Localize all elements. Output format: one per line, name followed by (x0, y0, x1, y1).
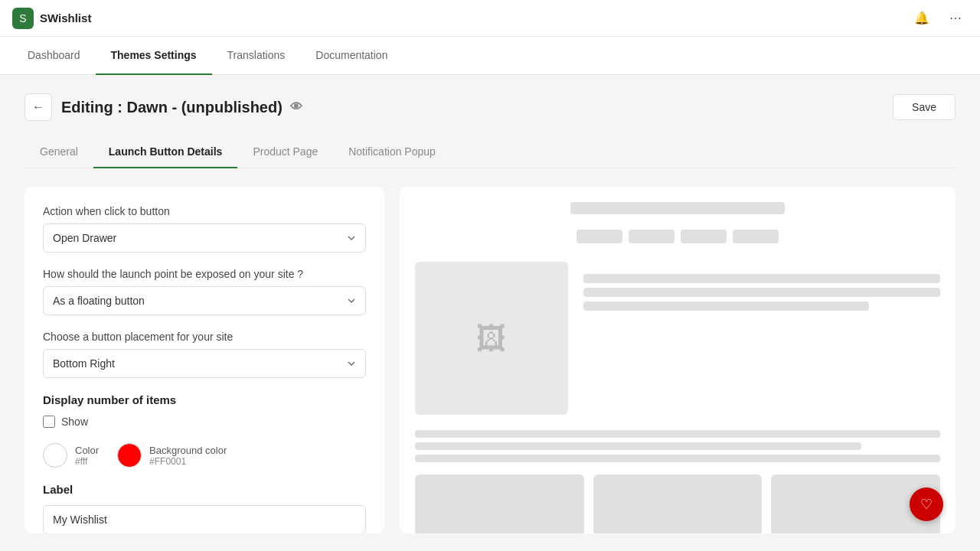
floating-button-preview: ♡ (910, 487, 943, 521)
skeleton-card (593, 474, 763, 533)
page-header-left: ← Editing : Dawn - (unpublished) 👁 (24, 93, 302, 121)
preview-area: 🖼 (400, 187, 956, 533)
action-label: Action when click to button (43, 205, 366, 217)
tab-product-page[interactable]: Product Page (237, 136, 333, 168)
bg-color-name: Background color (149, 445, 227, 456)
expose-label: How should the launch point be exposed o… (43, 268, 366, 280)
main-content: ← Editing : Dawn - (unpublished) 👁 Save … (0, 75, 980, 551)
placement-label: Choose a button placement for your site (43, 331, 366, 343)
nav-tab-dashboard[interactable]: Dashboard (12, 37, 96, 75)
label-section-title: Label (43, 483, 366, 496)
skeleton-line (415, 430, 940, 438)
back-button[interactable]: ← (24, 93, 52, 121)
floating-btn-icon: ♡ (920, 496, 933, 513)
display-number-group: Display number of items Show (43, 393, 366, 428)
skeleton-bottom-lines (415, 430, 940, 462)
color-name: Color (75, 445, 99, 456)
skeleton-product-details (583, 262, 940, 415)
app-name: SWishlist (40, 11, 903, 24)
color-info: Color #fff (75, 445, 99, 467)
preview-eye-icon[interactable]: 👁 (290, 100, 302, 114)
page-header: ← Editing : Dawn - (unpublished) 👁 Save (24, 93, 956, 121)
sub-tabs: General Launch Button Details Product Pa… (24, 136, 956, 168)
bg-color-hex: #FF0001 (149, 456, 227, 467)
show-checkbox-row: Show (43, 416, 366, 428)
app-logo: S (12, 8, 34, 29)
skeleton-line (583, 274, 940, 283)
color-row: Color #fff Background color #FF0001 (43, 443, 366, 468)
show-checkbox[interactable] (43, 416, 55, 428)
more-options-icon[interactable]: ⋯ (943, 6, 968, 31)
skeleton-nav-item (681, 230, 727, 243)
top-bar-actions: 🔔 ⋯ (910, 6, 968, 31)
tab-launch-button-details[interactable]: Launch Button Details (93, 136, 238, 168)
skeleton-line (583, 288, 940, 297)
skeleton-nav-item (733, 230, 779, 243)
placement-select[interactable]: Bottom Right Bottom Left Top Right Top L… (43, 349, 366, 378)
label-input[interactable] (43, 505, 366, 533)
skeleton-line (415, 442, 861, 450)
bell-icon[interactable]: 🔔 (910, 6, 934, 31)
skeleton-nav (415, 230, 940, 243)
nav-tabs: Dashboard Themes Settings Translations D… (0, 37, 980, 75)
top-bar: S SWishlist 🔔 ⋯ (0, 0, 980, 37)
skeleton-header (570, 202, 785, 214)
action-select[interactable]: Open Drawer Open Page Open Modal (43, 223, 366, 253)
right-panel: 🖼 (400, 187, 956, 533)
image-placeholder-icon: 🖼 (476, 321, 507, 356)
skeleton-line (583, 302, 869, 311)
expose-form-group: How should the launch point be exposed o… (43, 268, 366, 315)
skeleton-desc (583, 274, 940, 311)
label-section: Label (43, 483, 366, 533)
skeleton-line (415, 455, 940, 462)
tab-general[interactable]: General (24, 136, 93, 168)
skeleton-nav-item (577, 230, 622, 243)
skeleton-product-row: 🖼 (415, 262, 940, 415)
expose-select[interactable]: As a floating button As a menu item Embe… (43, 286, 366, 315)
left-panel: Action when click to button Open Drawer … (24, 187, 384, 533)
skeleton-card (415, 474, 584, 533)
placement-form-group: Choose a button placement for your site … (43, 331, 366, 378)
page-title: Editing : Dawn - (unpublished) 👁 (61, 99, 302, 116)
skeleton-product-image: 🖼 (415, 262, 568, 415)
skeleton-nav-item (629, 230, 675, 243)
bg-color-circle[interactable] (117, 443, 142, 468)
color-circle[interactable] (43, 443, 67, 468)
two-column-layout: Action when click to button Open Drawer … (24, 168, 956, 533)
action-form-group: Action when click to button Open Drawer … (43, 205, 366, 253)
display-number-title: Display number of items (43, 393, 366, 406)
bg-color-item: Background color #FF0001 (117, 443, 227, 468)
color-hex: #fff (75, 456, 99, 467)
nav-tab-themes-settings[interactable]: Themes Settings (96, 37, 212, 75)
nav-tab-documentation[interactable]: Documentation (300, 37, 403, 75)
nav-tab-translations[interactable]: Translations (212, 37, 301, 75)
show-label: Show (61, 416, 88, 428)
skeleton-cards (415, 474, 940, 533)
tab-notification-popup[interactable]: Notification Popup (333, 136, 451, 168)
bg-color-info: Background color #FF0001 (149, 445, 227, 467)
save-button[interactable]: Save (893, 94, 956, 120)
color-item: Color #fff (43, 443, 99, 468)
